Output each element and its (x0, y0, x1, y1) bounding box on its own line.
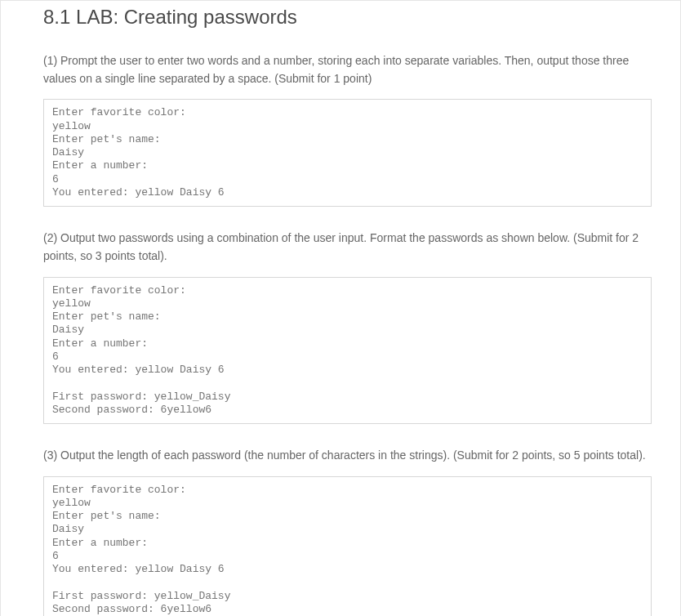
section-2-description: (2) Output two passwords using a combina… (43, 230, 652, 265)
lab-title: 8.1 LAB: Creating passwords (43, 2, 652, 32)
section-2-code-block: Enter favorite color: yellow Enter pet's… (43, 277, 652, 425)
section-1-description: (1) Prompt the user to enter two words a… (43, 52, 652, 87)
section-3-description: (3) Output the length of each password (… (43, 447, 652, 465)
lab-container: 8.1 LAB: Creating passwords (1) Prompt t… (0, 0, 681, 616)
section-3-code-block: Enter favorite color: yellow Enter pet's… (43, 476, 652, 616)
section-1-code-block: Enter favorite color: yellow Enter pet's… (43, 99, 652, 207)
